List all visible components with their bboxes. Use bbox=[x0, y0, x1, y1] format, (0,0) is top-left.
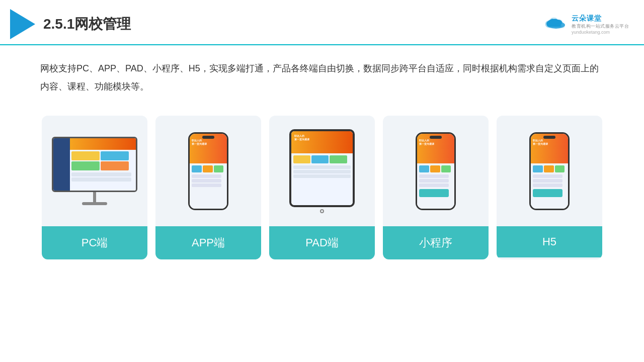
cards-container: PC端 职达人的第一堂沟通课 bbox=[0, 106, 644, 269]
phone-body-h5: 职达人的第一堂沟通课 bbox=[529, 132, 570, 210]
logo-sub-text: 教育机构一站式服务云平台 bbox=[572, 23, 629, 30]
cloud-icon bbox=[543, 15, 569, 33]
monitor-stand bbox=[93, 192, 96, 202]
header: 2.5.1网校管理 云朵课堂 教育机构一站式服务云平台 yunduoketang… bbox=[0, 0, 644, 45]
monitor-body bbox=[52, 137, 137, 192]
card-h5-image: 职达人的第一堂沟通课 bbox=[497, 116, 602, 226]
card-pc: PC端 bbox=[42, 116, 147, 259]
logo-text-block: 云朵课堂 教育机构一站式服务云平台 yunduoketang.com bbox=[572, 14, 629, 35]
description-paragraph: 网校支持PC、APP、PAD、小程序、H5，实现多端打通，产品各终端自由切换，数… bbox=[40, 59, 604, 96]
card-app-image: 职达人的第一堂沟通课 bbox=[155, 116, 261, 226]
card-pad-label: PAD端 bbox=[269, 226, 375, 259]
phone-notch-mini bbox=[430, 136, 442, 139]
logo-url: yunduoketang.com bbox=[572, 30, 610, 35]
h5-device-mockup: 职达人的第一堂沟通课 bbox=[529, 132, 570, 210]
phone-notch-h5 bbox=[543, 136, 555, 139]
cloud-logo: 云朵课堂 教育机构一站式服务云平台 yunduoketang.com bbox=[543, 14, 629, 35]
pad-device-mockup: 职达人的第一堂沟通课 bbox=[289, 129, 355, 213]
card-pc-label: PC端 bbox=[42, 226, 147, 259]
card-mini-label: 小程序 bbox=[383, 226, 489, 259]
card-h5: 职达人的第一堂沟通课 bbox=[497, 116, 602, 259]
card-pad-image: 职达人的第一堂沟通课 bbox=[269, 116, 375, 226]
card-h5-label: H5 bbox=[497, 226, 602, 257]
phone-body-app: 职达人的第一堂沟通课 bbox=[188, 132, 228, 210]
monitor-base bbox=[82, 202, 107, 205]
description-text: 网校支持PC、APP、PAD、小程序、H5，实现多端打通，产品各终端自由切换，数… bbox=[0, 45, 644, 106]
pad-body: 职达人的第一堂沟通课 bbox=[289, 129, 355, 207]
app-device-mockup: 职达人的第一堂沟通课 bbox=[188, 132, 228, 210]
card-pad: 职达人的第一堂沟通课 PAD端 bbox=[269, 116, 375, 259]
pc-device-mockup bbox=[52, 137, 137, 205]
page-title: 2.5.1网校管理 bbox=[43, 15, 131, 34]
card-app: 职达人的第一堂沟通课 APP端 bbox=[155, 116, 261, 259]
card-mini-image: 职达人的第一堂沟通课 bbox=[383, 116, 489, 226]
logo-triangle-icon bbox=[10, 9, 35, 39]
logo-main-text: 云朵课堂 bbox=[572, 14, 602, 23]
mini-device-mockup: 职达人的第一堂沟通课 bbox=[416, 132, 456, 210]
header-left: 2.5.1网校管理 bbox=[10, 9, 131, 39]
phone-notch-app bbox=[202, 136, 214, 139]
phone-screen-bottom-app bbox=[190, 163, 227, 208]
phone-screen-bottom-mini bbox=[417, 163, 454, 208]
card-mini: 职达人的第一堂沟通课 bbox=[383, 116, 489, 259]
card-pc-image bbox=[42, 116, 147, 226]
phone-screen-bottom-h5 bbox=[531, 163, 568, 208]
phone-body-mini: 职达人的第一堂沟通课 bbox=[416, 132, 456, 210]
pad-home-button bbox=[320, 209, 324, 213]
header-right: 云朵课堂 教育机构一站式服务云平台 yunduoketang.com bbox=[543, 14, 629, 35]
svg-point-3 bbox=[551, 19, 559, 24]
card-app-label: APP端 bbox=[155, 226, 261, 259]
